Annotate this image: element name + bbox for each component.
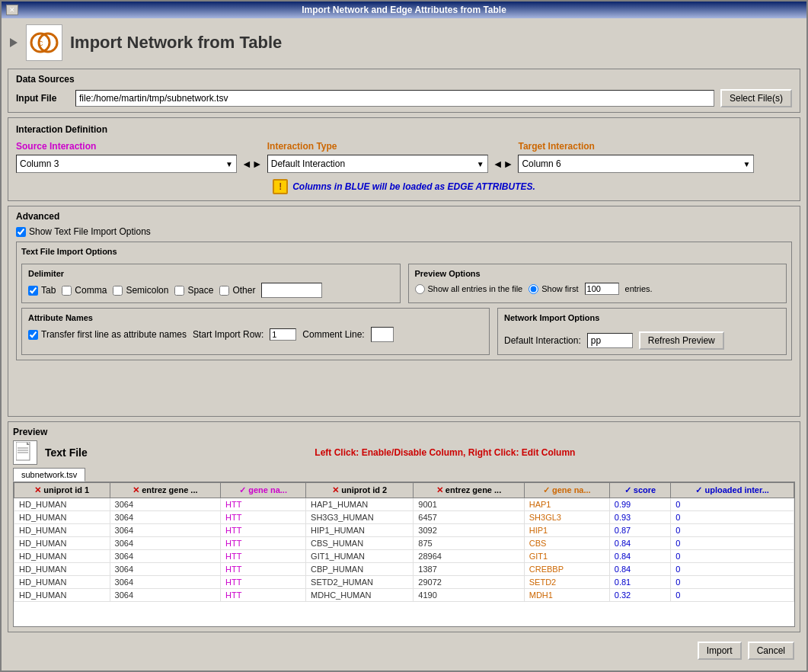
other-delimiter-input[interactable]	[261, 283, 322, 298]
target-interaction-label: Target Interaction	[518, 141, 754, 152]
interaction-definition-title: Interaction Definition	[16, 124, 792, 135]
show-first-radio[interactable]	[529, 284, 538, 294]
target-interaction-value: Column 6	[522, 158, 560, 169]
transfer-first-line-checkbox[interactable]	[28, 330, 38, 340]
col-header-5[interactable]: ✓ gene na...	[524, 483, 609, 498]
transfer-first-line-label: Transfer first line as attribute names	[41, 329, 187, 340]
attr-names-row: Transfer first line as attribute names S…	[28, 327, 483, 342]
show-all-radio[interactable]	[415, 284, 425, 294]
source-dropdown-arrow: ▼	[225, 160, 233, 168]
show-text-import-row: Show Text File Import Options	[16, 226, 792, 237]
tab-checkbox[interactable]	[28, 286, 38, 296]
preview-table-wrapper[interactable]: ✕ uniprot id 1 ✕ entrez gene ... ✓ gene …	[13, 482, 795, 627]
table-row: HD_HUMAN3064HTTCBP_HUMAN1387CREBBP0.840	[14, 563, 794, 576]
table-row: HD_HUMAN3064HTTSETD2_HUMAN29072SETD20.81…	[14, 576, 794, 589]
network-import-row: Default Interaction: Refresh Preview	[504, 331, 780, 350]
preview-radio-row: Show all entries in the file Show first …	[415, 283, 781, 295]
comma-option: Comma	[62, 285, 107, 296]
input-file-field[interactable]	[75, 90, 714, 107]
text-import-box: Text File Import Options Delimiter Tab	[16, 242, 792, 360]
comment-line-input[interactable]	[371, 327, 394, 342]
col-header-2[interactable]: ✓ gene na...	[221, 483, 306, 498]
show-text-import-checkbox[interactable]	[16, 227, 26, 237]
svg-marker-0	[10, 38, 18, 47]
col-header-4[interactable]: ✕ entrez gene ...	[414, 483, 524, 498]
start-import-row-label: Start Import Row:	[193, 329, 263, 340]
title-bar-controls: ✕	[6, 5, 18, 15]
start-import-row-input[interactable]	[270, 328, 296, 341]
table-row: HD_HUMAN3064HTTCBS_HUMAN875CBS0.840	[14, 537, 794, 550]
warning-text: Columns in BLUE will be loaded as EDGE A…	[292, 181, 535, 192]
table-row: HD_HUMAN3064HTTMDHC_HUMAN4190MDH10.320	[14, 589, 794, 602]
subnetwork-tab[interactable]: subnetwork.tsv	[13, 468, 85, 482]
tab-label: Tab	[41, 285, 56, 296]
other-checkbox[interactable]	[219, 286, 229, 296]
comma-checkbox[interactable]	[62, 286, 72, 296]
input-file-row: Input File Select File(s)	[16, 89, 792, 107]
preview-table: ✕ uniprot id 1 ✕ entrez gene ... ✓ gene …	[14, 482, 794, 602]
target-dropdown-arrow: ▼	[743, 160, 751, 168]
show-all-option: Show all entries in the file	[415, 284, 523, 294]
source-interaction-label: Source Interaction	[16, 141, 237, 152]
import-button[interactable]: Import	[698, 642, 742, 660]
source-interaction-col: Source Interaction Column 3 ▼	[16, 141, 237, 173]
source-interaction-dropdown[interactable]: Column 3 ▼	[16, 155, 237, 173]
source-interaction-value: Column 3	[20, 158, 59, 169]
table-row: HD_HUMAN3064HTTGIT1_HUMAN28964GIT10.840	[14, 550, 794, 563]
other-option: Other	[219, 285, 255, 296]
data-sources-section: Data Sources Input File Select File(s)	[8, 69, 800, 113]
col-header-6[interactable]: ✓ score	[609, 483, 670, 498]
close-button[interactable]: ✕	[6, 5, 18, 15]
col-header-7[interactable]: ✓ uploaded inter...	[671, 483, 794, 498]
interaction-type-value: Default Interaction	[271, 158, 345, 169]
show-all-label: Show all entries in the file	[428, 284, 523, 293]
transfer-first-line-option: Transfer first line as attribute names	[28, 329, 187, 340]
window-title: Import Network and Edge Attributes from …	[18, 5, 790, 15]
advanced-section: Advanced Show Text File Import Options T…	[8, 206, 800, 417]
table-body: HD_HUMAN3064HTTHAP1_HUMAN9001HAP10.990HD…	[14, 498, 794, 602]
attr-network-row: Attribute Names Transfer first line as a…	[21, 308, 787, 355]
content-area: C Import Network from Table Data Sources…	[2, 18, 806, 670]
table-row: HD_HUMAN3064HTTHAP1_HUMAN9001HAP10.990	[14, 498, 794, 511]
attr-names-title: Attribute Names	[28, 313, 483, 322]
show-first-number-input[interactable]	[585, 283, 619, 295]
comma-label: Comma	[75, 285, 107, 296]
semicolon-option: Semicolon	[113, 285, 168, 296]
refresh-preview-button[interactable]: Refresh Preview	[639, 331, 724, 350]
main-window: ✕ Import Network and Edge Attributes fro…	[0, 0, 808, 672]
col-header-3[interactable]: ✕ uniprot id 2	[306, 483, 414, 498]
show-first-label: Show first	[541, 284, 578, 293]
title-bar: ✕ Import Network and Edge Attributes fro…	[2, 2, 806, 18]
preview-section: Preview Text File Left Click: Enable/Dis…	[8, 421, 800, 632]
app-title: Import Network from Table	[70, 33, 282, 53]
forward-icon	[10, 35, 21, 50]
type-dropdown-arrow: ▼	[477, 160, 484, 168]
header-area: C Import Network from Table	[8, 24, 800, 61]
delimiter-title: Delimiter	[28, 269, 394, 278]
default-interaction-input[interactable]	[587, 333, 633, 348]
bottom-bar: Import Cancel	[8, 637, 800, 664]
attribute-names-box: Attribute Names Transfer first line as a…	[21, 308, 490, 355]
warning-icon: !	[273, 179, 288, 194]
target-interaction-col: Target Interaction Column 6 ▼	[518, 141, 754, 173]
click-hint: Left Click: Enable/Disable Column, Right…	[95, 447, 795, 458]
delimiter-box: Delimiter Tab Comma	[21, 264, 401, 303]
space-label: Space	[187, 285, 213, 296]
target-interaction-dropdown[interactable]: Column 6 ▼	[518, 155, 754, 173]
space-option: Space	[174, 285, 213, 296]
interaction-type-dropdown[interactable]: Default Interaction ▼	[267, 155, 488, 173]
table-header: ✕ uniprot id 1 ✕ entrez gene ... ✓ gene …	[14, 483, 794, 498]
cancel-button[interactable]: Cancel	[748, 642, 794, 660]
select-files-button[interactable]: Select File(s)	[720, 89, 792, 107]
col-header-1[interactable]: ✕ entrez gene ...	[110, 483, 220, 498]
preview-header: Text File Left Click: Enable/Disable Col…	[13, 440, 795, 465]
delimiter-options: Tab Comma Semicolon	[28, 283, 394, 298]
file-type-label: Text File	[45, 446, 88, 459]
semicolon-checkbox[interactable]	[113, 286, 123, 296]
entries-label: entries.	[625, 284, 653, 293]
interaction-definition-section: Interaction Definition Source Interactio…	[8, 117, 800, 201]
comment-line-label: Comment Line:	[302, 329, 364, 340]
col-header-0[interactable]: ✕ uniprot id 1	[14, 483, 110, 498]
warning-row: ! Columns in BLUE will be loaded as EDGE…	[16, 179, 792, 194]
space-checkbox[interactable]	[174, 286, 184, 296]
